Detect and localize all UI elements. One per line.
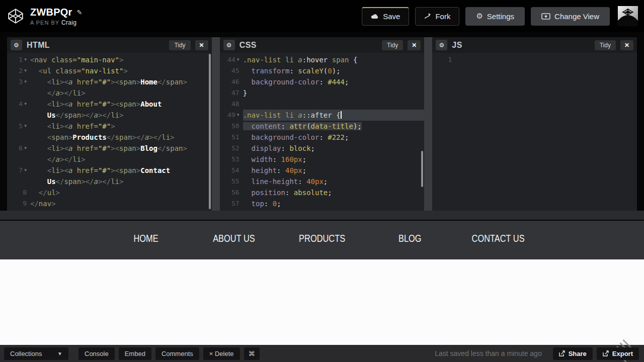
close-icon[interactable]: ✕ xyxy=(408,40,421,50)
collections-dropdown[interactable]: Collections ▼ xyxy=(4,347,68,360)
html-code-editor[interactable]: 1▼<nav class="main-nav">2▼ <ul class="na… xyxy=(7,53,212,211)
code-line[interactable]: 51 background-color: #222; xyxy=(220,132,425,143)
fold-arrow-icon[interactable]: ▼ xyxy=(24,143,27,154)
save-button[interactable]: Save xyxy=(362,7,409,26)
code-line[interactable]: 57 top: 0; xyxy=(220,198,425,209)
preview-nav-item[interactable]: PRODUCTS xyxy=(278,228,366,248)
screen-icon xyxy=(541,13,550,20)
code-line[interactable]: 46 background-color: #444; xyxy=(220,76,425,87)
code-line[interactable]: </a></li> xyxy=(7,87,212,99)
code-line[interactable]: </a></li> xyxy=(7,154,212,165)
line-number-gutter: 45 xyxy=(220,65,243,76)
line-number-gutter: 55 xyxy=(220,176,243,187)
close-icon[interactable]: ✕ xyxy=(195,40,208,50)
fold-arrow-icon[interactable]: ▼ xyxy=(24,76,27,87)
code-line[interactable]: 5▼ <li><a href="#"> xyxy=(7,121,212,132)
preview-nav-item-label: ABOUT US xyxy=(213,228,255,248)
code-line[interactable]: 3▼ <li><a href="#"><span>Home</span> xyxy=(7,76,212,87)
code-line[interactable]: 2▼ <ul class="nav-list"> xyxy=(7,65,212,76)
change-view-button[interactable]: Change View xyxy=(531,7,610,26)
line-number-gutter: 2▼ xyxy=(7,65,30,76)
code-line[interactable]: 45 transform: scaleY(0); xyxy=(220,65,425,76)
css-panel: ⚙ CSS Tidy ✕ 44▼.nav-list li a:hover spa… xyxy=(220,37,425,211)
code-line[interactable]: 1▼<nav class="main-nav"> xyxy=(7,54,212,65)
code-line[interactable]: 1 xyxy=(432,54,637,65)
code-line[interactable]: 52 display: block; xyxy=(220,143,425,154)
preview-nav-item[interactable]: BLOG xyxy=(366,228,454,248)
line-number-gutter: 53 xyxy=(220,154,243,165)
author-link[interactable]: Craig xyxy=(61,19,76,26)
embed-button[interactable]: Embed xyxy=(119,347,151,360)
console-button[interactable]: Console xyxy=(78,347,115,360)
code-line[interactable]: 47} xyxy=(220,87,425,99)
css-panel-title: CSS xyxy=(239,41,257,50)
gear-icon[interactable]: ⚙ xyxy=(223,40,235,50)
code-line[interactable]: 4▼ <li><a href="#"><span>About xyxy=(7,99,212,110)
avatar[interactable] xyxy=(618,6,638,26)
code-line[interactable]: 6▼ <li><a href="#"><span>Blog</span> xyxy=(7,143,212,154)
export-button[interactable]: Export xyxy=(597,347,639,360)
code-line[interactable]: 56 position: absolute; xyxy=(220,187,425,198)
share-icon xyxy=(559,350,565,356)
code-line[interactable]: 54 height: 40px; xyxy=(220,165,425,176)
html-panel-title: HTML xyxy=(27,41,50,50)
tidy-button[interactable]: Tidy xyxy=(382,40,403,50)
horizontal-resizer[interactable] xyxy=(0,211,644,220)
tidy-button[interactable]: Tidy xyxy=(595,40,616,50)
code-line[interactable]: 44▼.nav-list li a:hover span { xyxy=(220,54,425,65)
code-line[interactable]: 9</nav> xyxy=(7,198,212,209)
fork-icon xyxy=(424,13,431,20)
gear-icon[interactable]: ⚙ xyxy=(11,40,22,50)
code-line[interactable]: 7▼ <li><a href="#"><span>Contact xyxy=(7,165,212,176)
preview-nav-item[interactable]: ABOUT US xyxy=(190,228,278,248)
code-line[interactable]: 58 left: 0; xyxy=(220,209,425,211)
code-line[interactable]: <span>Products</span></a></li> xyxy=(7,132,212,143)
close-icon[interactable]: ✕ xyxy=(620,40,633,50)
comments-button[interactable]: Comments xyxy=(155,347,199,360)
fold-arrow-icon[interactable]: ▼ xyxy=(24,99,27,110)
fold-arrow-icon[interactable]: ▼ xyxy=(24,54,27,65)
settings-label: Settings xyxy=(487,12,514,21)
code-line[interactable]: 48 xyxy=(220,99,425,110)
css-code-editor[interactable]: 44▼.nav-list li a:hover span {45 transfo… xyxy=(220,53,425,211)
scrollbar[interactable] xyxy=(209,54,211,209)
code-line[interactable]: 8 </ul> xyxy=(7,187,212,198)
tidy-button[interactable]: Tidy xyxy=(169,40,190,50)
js-code-editor[interactable]: 1 xyxy=(432,53,637,211)
header-bar: ZWBPQr ✎ A PEN BY Craig Save Fork ⚙ Sett… xyxy=(0,0,644,32)
export-label: Export xyxy=(612,350,633,357)
share-button[interactable]: Share xyxy=(553,347,593,360)
preview-nav-item[interactable]: CONTACT US xyxy=(454,228,542,248)
command-button[interactable]: ⌘ xyxy=(244,347,260,360)
code-line[interactable]: Us</span></a></li> xyxy=(7,110,212,121)
fold-arrow-icon[interactable]: ▼ xyxy=(24,65,27,76)
preview-nav-item-label: BLOG xyxy=(398,228,422,248)
line-number-gutter xyxy=(7,132,30,143)
pencil-icon[interactable]: ✎ xyxy=(76,9,82,16)
line-number-gutter: 58 xyxy=(220,209,243,211)
panel-resizer[interactable] xyxy=(212,37,220,211)
settings-button[interactable]: ⚙ Settings xyxy=(465,7,525,26)
line-number-gutter: 46 xyxy=(220,76,243,87)
line-number-gutter: 52 xyxy=(220,143,243,154)
codepen-cube-icon[interactable] xyxy=(7,8,24,25)
code-line[interactable]: Us</span></a></li> xyxy=(7,176,212,187)
preview-nav-item[interactable]: HOME xyxy=(102,228,190,248)
line-number-gutter: 6▼ xyxy=(7,143,30,154)
line-number-gutter: 48 xyxy=(220,99,243,110)
code-line[interactable]: 49▼.nav-list li a::after { xyxy=(220,110,425,121)
scrollbar[interactable] xyxy=(421,151,423,187)
code-line[interactable]: 55 line-height: 40px; xyxy=(220,176,425,187)
line-number-gutter: 49▼ xyxy=(220,110,243,121)
panel-resizer[interactable] xyxy=(424,37,432,211)
gear-icon[interactable]: ⚙ xyxy=(436,40,447,50)
code-line[interactable]: 53 width: 160px; xyxy=(220,154,425,165)
cloud-icon xyxy=(371,14,379,19)
fold-arrow-icon[interactable]: ▼ xyxy=(237,110,239,121)
delete-button[interactable]: × Delete xyxy=(203,347,240,360)
fold-arrow-icon[interactable]: ▼ xyxy=(24,165,27,176)
fold-arrow-icon[interactable]: ▼ xyxy=(237,54,239,65)
code-line[interactable]: 50 content: attr(data-title); xyxy=(220,121,425,132)
fork-button[interactable]: Fork xyxy=(415,7,459,26)
fold-arrow-icon[interactable]: ▼ xyxy=(24,121,27,132)
